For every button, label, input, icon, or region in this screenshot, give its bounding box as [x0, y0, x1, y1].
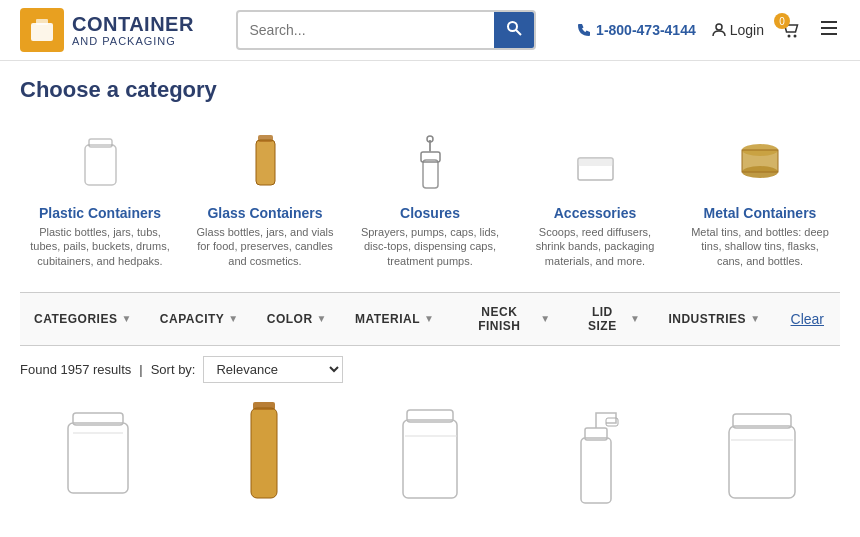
material-arrow-icon: ▼ [424, 313, 434, 324]
product-img-1 [28, 393, 168, 513]
cart-area[interactable]: 0 [780, 19, 802, 41]
product-item[interactable] [186, 393, 342, 513]
results-count: Found 1957 results [20, 362, 131, 377]
category-metal-desc: Metal tins, and bottles: deep tins, shal… [688, 225, 832, 268]
svg-rect-15 [423, 160, 438, 188]
closures-img [385, 127, 475, 197]
cart-badge: 0 [774, 13, 790, 29]
filter-lid-size-label: LID SIZE [579, 305, 626, 333]
login-label: Login [730, 22, 764, 38]
metal-img [715, 127, 805, 197]
svg-rect-20 [578, 158, 613, 166]
filter-lid-size[interactable]: LID SIZE ▼ [565, 299, 655, 339]
svg-rect-37 [729, 426, 795, 498]
filter-neck-finish-label: NECK FINISH [462, 305, 536, 333]
search-bar[interactable] [236, 10, 536, 50]
category-grid: Plastic Containers Plastic bottles, jars… [20, 119, 840, 276]
category-closures[interactable]: Closures Sprayers, pumps, caps, lids, di… [350, 119, 510, 276]
svg-rect-34 [581, 438, 611, 503]
header-right: 1-800-473-4144 Login 0 [577, 17, 840, 44]
phone-number: 1-800-473-4144 [596, 22, 696, 38]
industries-arrow-icon: ▼ [750, 313, 760, 324]
brand-name: CONTAINER [72, 13, 194, 35]
category-glass-name: Glass Containers [207, 205, 322, 221]
svg-rect-10 [85, 145, 116, 185]
plastic-img [55, 127, 145, 197]
svg-point-4 [716, 24, 722, 30]
product-item[interactable] [20, 393, 176, 513]
svg-point-2 [508, 22, 517, 31]
sort-by-label: Sort by: [151, 362, 196, 377]
search-button[interactable] [494, 12, 534, 48]
product-img-3 [360, 393, 500, 513]
header: CONTAINER AND PACKAGING 1-800-473-4144 L… [0, 0, 860, 61]
filter-capacity-label: CAPACITY [160, 312, 224, 326]
product-item[interactable] [352, 393, 508, 513]
product-img-2 [194, 393, 334, 513]
filter-industries[interactable]: INDUSTRIES ▼ [654, 306, 774, 332]
filter-clear-button[interactable]: Clear [775, 305, 840, 333]
svg-rect-12 [256, 140, 275, 185]
svg-rect-31 [403, 420, 457, 498]
product-item[interactable] [684, 393, 840, 513]
glass-img [220, 127, 310, 197]
category-accessories[interactable]: Accessories Scoops, reed diffusers, shri… [515, 119, 675, 276]
login-area[interactable]: Login [712, 22, 764, 38]
svg-rect-11 [89, 139, 112, 147]
category-closures-desc: Sprayers, pumps, caps, lids, disc-tops, … [358, 225, 502, 268]
filter-neck-finish[interactable]: NECK FINISH ▼ [448, 299, 564, 339]
category-plastic-desc: Plastic bottles, jars, tubs, tubes, pail… [28, 225, 172, 268]
category-plastic[interactable]: Plastic Containers Plastic bottles, jars… [20, 119, 180, 276]
categories-arrow-icon: ▼ [121, 313, 131, 324]
svg-rect-28 [251, 408, 277, 498]
category-accessories-desc: Scoops, reed diffusers, shrink bands, pa… [523, 225, 667, 268]
category-glass-desc: Glass bottles, jars, and vials for food,… [193, 225, 337, 268]
capacity-arrow-icon: ▼ [228, 313, 238, 324]
logo[interactable]: CONTAINER AND PACKAGING [20, 8, 194, 52]
filter-color[interactable]: COLOR ▼ [253, 306, 341, 332]
lid-size-arrow-icon: ▼ [630, 313, 640, 324]
accessories-img [550, 127, 640, 197]
svg-rect-13 [258, 135, 273, 142]
svg-line-3 [516, 30, 521, 35]
filter-industries-label: INDUSTRIES [668, 312, 746, 326]
sort-select[interactable]: Relevance Price Low to High Price High t… [203, 356, 343, 383]
product-item[interactable] [518, 393, 674, 513]
user-icon [712, 23, 726, 37]
svg-rect-1 [36, 19, 48, 25]
filter-color-label: COLOR [267, 312, 313, 326]
category-glass[interactable]: Glass Containers Glass bottles, jars, an… [185, 119, 345, 276]
filter-material-label: MATERIAL [355, 312, 420, 326]
filter-material[interactable]: MATERIAL ▼ [341, 306, 449, 332]
results-separator: | [139, 362, 142, 377]
category-closures-name: Closures [400, 205, 460, 221]
filter-capacity[interactable]: CAPACITY ▼ [146, 306, 253, 332]
menu-icon[interactable] [818, 17, 840, 44]
svg-point-5 [788, 35, 791, 38]
product-grid [20, 393, 840, 513]
search-input[interactable] [238, 14, 494, 46]
svg-rect-0 [31, 23, 53, 41]
svg-rect-29 [253, 402, 275, 410]
color-arrow-icon: ▼ [317, 313, 327, 324]
search-icon [506, 20, 522, 36]
phone-area[interactable]: 1-800-473-4144 [577, 22, 696, 38]
filter-bar: CATEGORIES ▼ CAPACITY ▼ COLOR ▼ MATERIAL… [20, 292, 840, 346]
category-plastic-name: Plastic Containers [39, 205, 161, 221]
neck-finish-arrow-icon: ▼ [540, 313, 550, 324]
brand-sub: AND PACKAGING [72, 35, 194, 47]
filter-categories-label: CATEGORIES [34, 312, 117, 326]
category-metal[interactable]: Metal Containers Metal tins, and bottles… [680, 119, 840, 276]
page-title: Choose a category [20, 77, 840, 103]
logo-icon [20, 8, 64, 52]
main-content: Choose a category Plastic Containers Pla… [0, 61, 860, 513]
phone-icon [577, 23, 591, 37]
svg-point-6 [794, 35, 797, 38]
product-img-5 [692, 393, 832, 513]
filter-categories[interactable]: CATEGORIES ▼ [20, 306, 146, 332]
category-accessories-name: Accessories [554, 205, 637, 221]
logo-text: CONTAINER AND PACKAGING [72, 13, 194, 47]
results-bar: Found 1957 results | Sort by: Relevance … [20, 346, 840, 393]
category-metal-name: Metal Containers [704, 205, 817, 221]
product-img-4 [526, 393, 666, 513]
